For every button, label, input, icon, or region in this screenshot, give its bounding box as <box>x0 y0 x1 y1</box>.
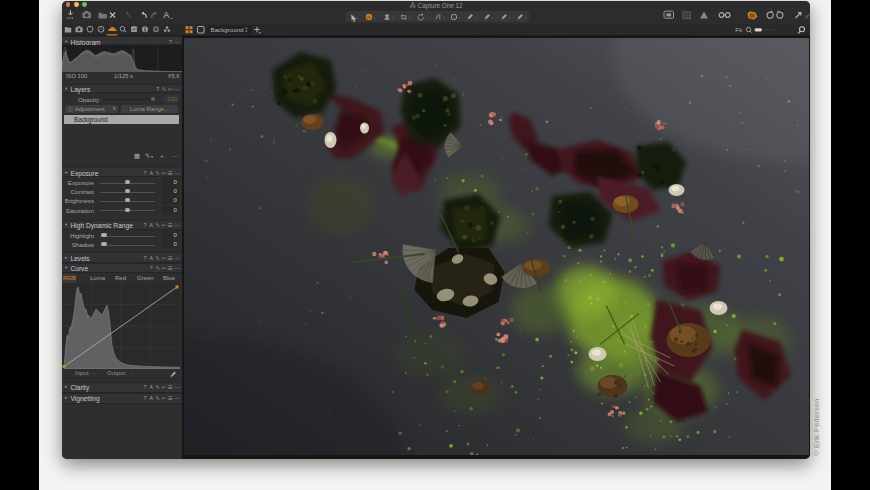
svg-text:A: A <box>164 10 170 20</box>
svg-text:Background: Background <box>211 26 245 33</box>
svg-text:Fit: Fit <box>735 26 742 33</box>
